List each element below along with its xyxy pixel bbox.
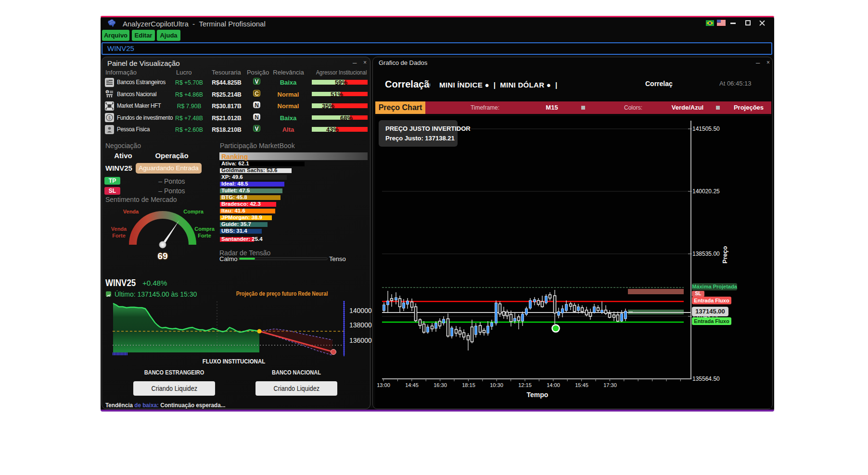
- svg-text:$: $: [108, 115, 111, 120]
- svg-text:$: $: [106, 90, 108, 94]
